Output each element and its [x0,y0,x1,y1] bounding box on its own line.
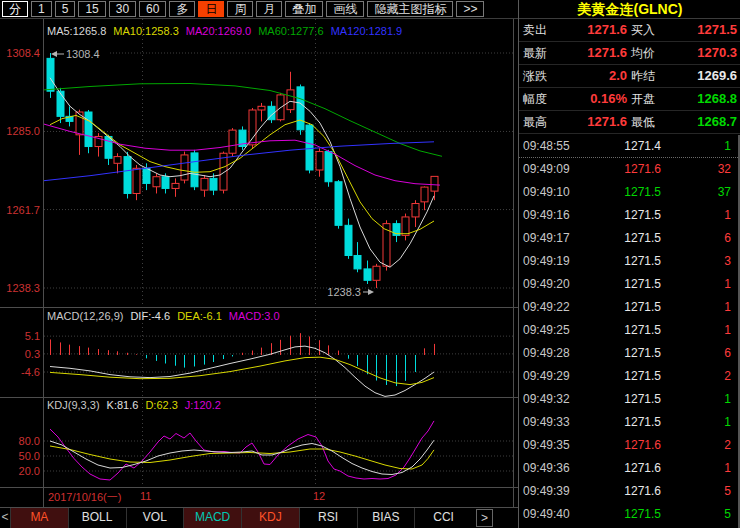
macd-legend-item: DEA:-6.1 [177,310,222,322]
toolbar-button[interactable]: 30 [109,1,136,17]
tape-price: 1271.5 [589,342,661,365]
indicator-tab[interactable]: BIAS [357,508,415,528]
quote-label: 最新 [519,42,555,64]
svg-text:80.0: 80.0 [19,435,40,447]
tape-volume: 1 [661,204,738,227]
indicator-tab[interactable]: BOLL [68,508,126,528]
indicator-tab[interactable]: KDJ [241,508,299,528]
ma-legend-item: MA60:1277.6 [258,25,323,37]
toolbar-button[interactable]: 5 [55,1,76,17]
quote-row: 最新1271.6均价1270.3 [519,42,740,65]
tape-time: 09:49:10 [519,181,589,204]
svg-text:1308.4: 1308.4 [66,48,100,60]
toolbar-button[interactable]: 隐藏主图指标 [367,1,453,17]
indicator-tab[interactable]: MA [10,508,68,528]
tape-time: 09:49:39 [519,480,589,503]
tape-row: 09:49:091271.632 [519,158,738,181]
indicator-tab[interactable]: RSI [299,508,357,528]
quote-label: 最高 [519,111,555,133]
tape-price: 1271.6 [589,457,661,480]
tape-price: 1271.5 [589,181,661,204]
indicator-tab[interactable]: VOL [126,508,184,528]
svg-text:5.1: 5.1 [25,330,40,342]
toolbar-button[interactable]: 15 [78,1,105,17]
macd-layer [50,333,435,396]
tape-row: 09:49:101271.537 [519,181,738,204]
quote-panel: 卖出1271.6买入1271.5最新1271.6均价1270.3涨跌2.0昨结1… [519,19,740,134]
tape-time: 09:49:16 [519,204,589,227]
date-axis-label: 2017/10/16(一) [48,490,121,505]
tape-price: 1271.4 [589,135,661,158]
futures-trading-app: { "colors":{"up_red":"#f23838","down_cya… [0,0,740,528]
ma-legend-item: MA10:1258.3 [113,25,178,37]
tape-volume: 32 [661,158,738,181]
indicator-tab[interactable]: CCI [414,508,472,528]
toolbar-button[interactable]: >> [456,1,484,17]
tape-row: 09:49:161271.51 [519,204,738,227]
svg-text:0.3: 0.3 [25,348,40,360]
pane-borders [0,19,519,507]
macd-legend-item: MACD:3.0 [229,310,280,322]
tape-time: 09:49:25 [519,319,589,342]
tape-time: 09:49:32 [519,388,589,411]
toolbar-button[interactable]: 画线 [326,1,364,17]
indicator-tab[interactable]: MACD [183,508,241,528]
toolbar-button[interactable]: 周 [227,1,253,17]
kdj-legend: KDJ(9,3,3)K:81.6D:62.3J:120.2 [47,399,228,411]
ma-legend: MA5:1265.8MA10:1258.3MA20:1269.0MA60:127… [47,25,409,37]
kdj-k-line [50,440,434,474]
tape-time: 09:48:55 [519,135,589,158]
svg-text:1308.4: 1308.4 [6,47,40,59]
tape-row: 09:49:401271.55 [519,503,738,526]
tape-volume: 3 [661,250,738,273]
tape-row: 09:49:191271.53 [519,250,738,273]
tape-time: 09:49:19 [519,250,589,273]
quote-value: 1271.6 [555,111,627,133]
toolbar-button[interactable]: 多 [169,1,195,17]
gridlines [44,19,513,487]
svg-text:20.0: 20.0 [19,465,40,477]
tape-time: 09:49:40 [519,503,589,526]
chart-svg[interactable]: 1308.41285.01261.71238.35.10.3-4.680.050… [0,0,519,528]
ma-lines-layer [44,78,442,267]
indicator-tab-bar: <MABOLLVOLMACDKDJRSIBIASCCI> [0,507,519,528]
tape-time: 09:49:22 [519,296,589,319]
date-axis-label: 11 [140,490,151,502]
indicator-tab[interactable]: > [476,509,493,527]
kdj-legend-item: KDJ(9,3,3) [47,399,100,411]
kdj-legend-item: D:62.3 [145,399,177,411]
toolbar-button[interactable]: 叠加 [285,1,323,17]
instrument-title: 美黄金连(GLNC) [520,1,740,18]
ma-legend-item: MA20:1269.0 [186,25,251,37]
tape-list[interactable]: 09:48:551271.4109:49:091271.63209:49:101… [519,135,740,528]
tape-price: 1271.5 [589,503,661,526]
toolbar-button[interactable]: 月 [256,1,282,17]
tape-row: 09:49:251271.51 [519,319,738,342]
tape-price: 1271.5 [589,227,661,250]
quote-label: 最低 [627,111,663,133]
quote-value: 0.16% [555,88,627,110]
quote-value: 2.0 [555,65,627,87]
quote-label: 涨跌 [519,65,555,87]
svg-text:-4.6: -4.6 [21,366,40,378]
tape-price: 1271.5 [589,365,661,388]
toolbar-button[interactable]: 60 [139,1,166,17]
ma-line-ma5 [50,78,434,267]
svg-text:1261.7: 1261.7 [6,204,40,216]
tape-time: 09:49:20 [519,273,589,296]
tape-volume: 1 [661,388,738,411]
tape-volume: 1 [661,457,738,480]
quote-label: 均价 [627,42,663,64]
tape-time: 09:49:28 [519,342,589,365]
toolbar-button[interactable]: 分 [2,1,28,17]
tape-price: 1271.5 [589,296,661,319]
quote-row: 涨跌2.0昨结1269.6 [519,65,740,88]
toolbar-button[interactable]: 1 [31,1,52,17]
tape-price: 1271.6 [589,158,661,181]
indicator-tab[interactable]: < [0,508,10,528]
tape-price: 1271.6 [589,434,661,457]
tape-time: 09:49:17 [519,227,589,250]
tape-price: 1271.5 [589,204,661,227]
toolbar-button[interactable]: 日 [198,1,224,17]
svg-text:1238.3: 1238.3 [327,286,361,298]
